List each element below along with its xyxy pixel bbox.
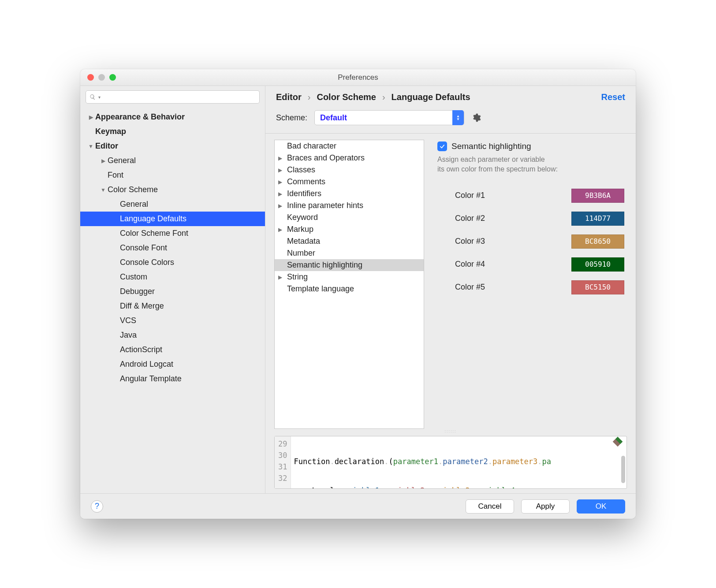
- color-row: Color #5BC5150: [437, 276, 627, 299]
- gear-icon[interactable]: [471, 113, 481, 123]
- preferences-window: Preferences ▾ ▶Appearance & BehaviorKeym…: [80, 69, 636, 519]
- cancel-button[interactable]: Cancel: [466, 499, 514, 514]
- sidebar-item-label: Android Logcat: [120, 360, 173, 369]
- sidebar-item-label: Debugger: [120, 287, 155, 296]
- category-item[interactable]: Template language: [275, 283, 424, 295]
- scheme-select[interactable]: Default ▲▼: [314, 110, 464, 125]
- category-label: Keyword: [287, 213, 318, 222]
- sidebar: ▾ ▶Appearance & BehaviorKeymap▼Editor▶Ge…: [80, 86, 265, 493]
- color-row: Color #2114D77: [437, 207, 627, 230]
- code-area: Function.declaration.(parameter1.paramet…: [291, 436, 626, 488]
- scheme-value: Default: [320, 113, 347, 123]
- chevron-right-icon: ▶: [99, 158, 108, 164]
- ok-button[interactable]: OK: [577, 499, 625, 514]
- color-swatch[interactable]: 005910: [571, 257, 624, 272]
- reset-button[interactable]: Reset: [601, 92, 625, 102]
- category-label: Metadata: [287, 237, 320, 246]
- color-label: Color #1: [455, 191, 485, 200]
- sidebar-item-label: Editor: [95, 141, 118, 151]
- sidebar-item[interactable]: Custom: [80, 270, 265, 284]
- category-label: String: [287, 272, 308, 282]
- category-item[interactable]: ▶Identifiers: [275, 188, 424, 200]
- sidebar-item[interactable]: ▼Editor: [80, 139, 265, 153]
- sidebar-item[interactable]: ActionScript: [80, 342, 265, 357]
- chevron-right-icon: ▶: [278, 179, 287, 185]
- apply-button[interactable]: Apply: [521, 499, 570, 514]
- sidebar-item[interactable]: Keymap: [80, 124, 265, 139]
- chevron-down-icon: ▼: [86, 143, 95, 149]
- sidebar-item-label: General: [108, 156, 136, 165]
- main-panel: Editor › Color Scheme › Language Default…: [265, 86, 636, 493]
- sidebar-item-label: Angular Template: [120, 374, 182, 383]
- category-label: Semantic highlighting: [287, 261, 362, 270]
- color-swatch[interactable]: 114D77: [571, 212, 624, 226]
- chevron-down-icon: ▼: [99, 187, 108, 193]
- sidebar-item[interactable]: ▼Color Scheme: [80, 182, 265, 197]
- category-item[interactable]: Keyword: [275, 212, 424, 223]
- preview-scrollbar[interactable]: [621, 456, 625, 483]
- category-label: Markup: [287, 225, 313, 234]
- sidebar-item-label: General: [120, 200, 148, 209]
- sidebar-item[interactable]: ▶Appearance & Behavior: [80, 110, 265, 124]
- category-label: Identifiers: [287, 189, 321, 198]
- category-item[interactable]: ▶Braces and Operators: [275, 152, 424, 164]
- category-item[interactable]: ▶String: [275, 271, 424, 283]
- chevron-right-icon: ▶: [278, 191, 287, 197]
- semantic-panel: Semantic highlighting Assign each parame…: [437, 140, 627, 429]
- search-dropdown-icon[interactable]: ▾: [98, 95, 101, 100]
- color-label: Color #5: [455, 283, 485, 292]
- color-label: Color #4: [455, 260, 485, 269]
- search-input[interactable]: ▾: [86, 90, 260, 104]
- sidebar-item-label: Color Scheme Font: [120, 229, 188, 238]
- sidebar-item[interactable]: VCS: [80, 313, 265, 328]
- sidebar-item[interactable]: Console Font: [80, 241, 265, 255]
- category-item[interactable]: ▶Comments: [275, 176, 424, 188]
- dropdown-icon: ▲▼: [452, 110, 464, 125]
- sidebar-item[interactable]: Android Logcat: [80, 357, 265, 372]
- semantic-highlighting-label: Semantic highlighting: [451, 141, 531, 151]
- chevron-right-icon: ▶: [278, 167, 287, 173]
- sidebar-item[interactable]: Debugger: [80, 284, 265, 299]
- category-label: Number: [287, 249, 315, 258]
- category-label: Classes: [287, 165, 315, 175]
- sidebar-item[interactable]: General: [80, 197, 265, 212]
- splitter-grip[interactable]: ::::::: [274, 429, 627, 433]
- help-button[interactable]: ?: [91, 500, 103, 513]
- color-swatch[interactable]: BC5150: [571, 280, 624, 294]
- category-item[interactable]: ▶Inline parameter hints: [275, 200, 424, 212]
- footer: ? Cancel Apply OK: [80, 493, 636, 519]
- chevron-right-icon: ▶: [278, 155, 287, 161]
- category-label: Template language: [287, 284, 354, 294]
- color-swatch[interactable]: 9B3B6A: [571, 189, 624, 203]
- sidebar-item[interactable]: Java: [80, 328, 265, 342]
- sidebar-item[interactable]: Color Scheme Font: [80, 226, 265, 241]
- sidebar-item[interactable]: Font: [80, 168, 265, 182]
- sidebar-item-label: Console Colors: [120, 258, 174, 267]
- search-icon: [90, 94, 96, 100]
- semantic-highlighting-checkbox[interactable]: [437, 141, 447, 151]
- code-preview: 29 30 31 32 Function.declaration.(parame…: [274, 436, 627, 489]
- sidebar-item[interactable]: Diff & Merge: [80, 299, 265, 313]
- semantic-hint: Assign each parameter or variable its ow…: [437, 155, 627, 175]
- category-item[interactable]: ▶Markup: [275, 223, 424, 235]
- category-item[interactable]: Metadata: [275, 235, 424, 247]
- category-item[interactable]: Semantic highlighting: [275, 259, 424, 271]
- sidebar-item-label: Appearance & Behavior: [95, 112, 185, 122]
- sidebar-item[interactable]: Language Defaults: [80, 212, 265, 226]
- sidebar-item[interactable]: Angular Template: [80, 372, 265, 386]
- chevron-right-icon: ▶: [278, 274, 287, 280]
- category-label: Comments: [287, 177, 325, 186]
- category-item[interactable]: Number: [275, 247, 424, 259]
- category-list[interactable]: Bad character▶Braces and Operators▶Class…: [274, 140, 424, 429]
- color-row: Color #4005910: [437, 253, 627, 276]
- sidebar-item[interactable]: ▶General: [80, 153, 265, 168]
- breadcrumb-color-scheme[interactable]: Color Scheme: [317, 92, 376, 102]
- category-item[interactable]: ▶Classes: [275, 164, 424, 176]
- color-swatch[interactable]: BC8650: [571, 234, 624, 249]
- sidebar-item-label: ActionScript: [120, 345, 162, 354]
- sidebar-item[interactable]: Console Colors: [80, 255, 265, 270]
- window-title: Preferences: [80, 73, 636, 82]
- category-item[interactable]: Bad character: [275, 140, 424, 152]
- breadcrumb-editor[interactable]: Editor: [276, 92, 302, 102]
- sidebar-item-label: Custom: [120, 272, 147, 282]
